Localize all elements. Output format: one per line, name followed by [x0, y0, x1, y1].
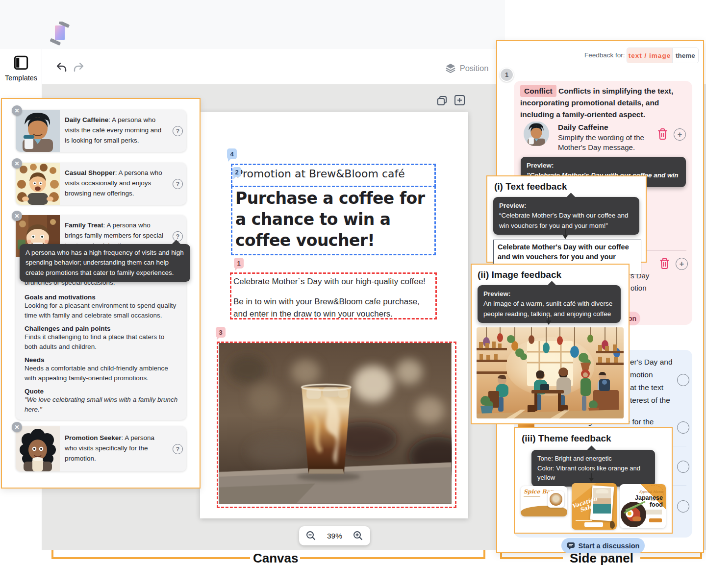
delete-feedback-button[interactable]	[657, 128, 668, 140]
theme-thumb-spice-bar[interactable]: Spice Bar	[521, 486, 567, 516]
add-suggestion-button[interactable]	[677, 500, 689, 513]
zoom-out-icon	[306, 531, 316, 541]
image-feedback-callout: (ii) Image feedback Preview: An image of…	[471, 264, 630, 424]
section-heading: Challenges and pain points	[25, 325, 177, 332]
section-body: Needs a comfortable and child-friendly a…	[25, 364, 177, 383]
undo-icon	[56, 62, 68, 73]
section-body: Looking for a pleasant environment to sp…	[25, 301, 177, 320]
iced-coffee-photo	[218, 343, 452, 504]
feedback-persona-text: Simplify the wording of the Mother's Day…	[558, 133, 656, 153]
templates-button[interactable]: Templates	[5, 54, 37, 82]
body-line1: Celebrate Mother`s Day with our high-qua…	[233, 277, 433, 287]
start-discussion-button[interactable]: Start a discussion	[561, 538, 645, 553]
undo-button[interactable]	[55, 61, 69, 74]
canvas-bracket-tick-right	[483, 550, 485, 559]
blue-fragment-line: at the text	[630, 383, 663, 392]
down-arrow-icon	[562, 229, 569, 240]
persona-card-text: Daily Caffeine: A persona who visits the…	[65, 115, 167, 146]
persona-close-button[interactable]: ✕	[12, 105, 22, 116]
preview-text: “Celebrate Mother's Day with our coffee …	[499, 212, 628, 229]
persona-close-button[interactable]: ✕	[12, 158, 22, 169]
tooltip-line1: Tone: Bright and energetic	[537, 455, 612, 462]
add-suggestion-button[interactable]	[677, 421, 689, 434]
add-suggestion-button[interactable]	[677, 461, 689, 473]
theme-thumb-vacation-sale[interactable]: Vacation Sale	[572, 483, 617, 530]
section-heading: Goals and motivations	[25, 294, 177, 301]
duplicate-icon	[437, 96, 447, 106]
position-button[interactable]: Position	[442, 61, 491, 75]
persona-detail-section: Goals and motivations Looking for a plea…	[25, 294, 177, 320]
annotation-badge-4: 4	[227, 148, 237, 159]
add-feedback-button[interactable]: +	[676, 258, 688, 270]
duplicate-page-button[interactable]	[435, 94, 448, 107]
templates-icon	[13, 55, 29, 73]
canvas-page[interactable]: 4 Promotion at Brew&Bloom café 2 Purchas…	[200, 112, 468, 518]
row3-fragment-b: otion	[630, 284, 647, 292]
toggle-text-image[interactable]: text / image	[627, 48, 672, 63]
section-badge: 1	[500, 68, 514, 82]
cafe-illustration	[477, 327, 624, 418]
zoom-out-button[interactable]	[306, 531, 316, 541]
delete-feedback-button[interactable]	[659, 257, 670, 270]
persona-help-icon[interactable]: ?	[173, 126, 183, 136]
body-text-element[interactable]: Celebrate Mother`s Day with our high-qua…	[230, 272, 437, 319]
redo-button[interactable]	[72, 61, 85, 74]
persona-card-text: Promotion Seeker: A persona who visits s…	[65, 433, 167, 464]
position-label: Position	[460, 64, 489, 73]
persona-card-daily-caffeine[interactable]: Daily Caffeine: A persona who visits the…	[16, 110, 186, 152]
headline-text-element[interactable]: Purchase a coffee for a chance to win a …	[231, 186, 436, 255]
image-element[interactable]	[217, 342, 456, 508]
preview-label: Preview:	[483, 290, 511, 297]
persona-tooltip: A persona who has a high frequency of vi…	[20, 244, 190, 282]
thumb-subtitle-script: Special Menu	[639, 490, 663, 494]
preview-text: An image of a warm, sunlit café with div…	[483, 300, 612, 317]
conflict-text: Conflict Conflicts in simplifying the te…	[520, 85, 688, 120]
annotation-badge-2: 2	[232, 167, 241, 177]
persona-help-icon[interactable]: ?	[173, 231, 183, 242]
persona-avatar-promotion-seeker	[16, 426, 60, 471]
section-heading: Quote	[25, 388, 179, 395]
persona-card-casual-shopper[interactable]: Casual Shopper: A persona who visits occ…	[16, 163, 186, 205]
persona-card-text: Casual Shopper: A persona who visits occ…	[65, 168, 167, 199]
add-suggestion-button[interactable]	[677, 374, 689, 386]
redo-icon	[73, 62, 84, 73]
annotation-badge-3: 3	[216, 327, 226, 338]
persona-card-promotion-seeker[interactable]: Promotion Seeker: A persona who visits s…	[16, 426, 186, 471]
persona-detail-section: Quote "We love celebrating small wins wi…	[25, 388, 179, 414]
feedback-persona-name: Daily Caffeine	[558, 123, 608, 132]
theme-thumb-japanese-food[interactable]: Special Menu Japanese food	[620, 484, 666, 528]
toggle-theme[interactable]: theme	[672, 48, 698, 63]
canvas-bracket-line-left	[51, 557, 250, 559]
zoom-level: 39%	[327, 532, 342, 540]
annotation-badge-1: 1	[234, 258, 244, 269]
zoom-in-button[interactable]	[353, 531, 363, 541]
headline-text: Purchase a coffee for a chance to win a …	[235, 188, 427, 251]
persona-close-button[interactable]: ✕	[12, 211, 22, 221]
title-text-element[interactable]: Promotion at Brew&Bloom café	[231, 164, 436, 187]
persona-name: Casual Shopper	[65, 169, 115, 176]
blue-fragment-line: er's Day and	[630, 358, 673, 367]
down-arrow-icon	[588, 473, 594, 482]
layers-icon	[445, 63, 456, 73]
preview-label: Preview:	[499, 202, 527, 209]
add-page-button[interactable]	[453, 94, 466, 106]
persona-help-icon[interactable]: ?	[173, 179, 183, 189]
persona-avatar-casual-shopper	[16, 163, 60, 205]
theme-feedback-title: (iii) Theme feedback	[522, 433, 611, 444]
add-feedback-button[interactable]: +	[674, 128, 686, 141]
section-body: "We love celebrating small wins with a f…	[25, 395, 179, 414]
preview-label: Preview:	[527, 162, 554, 169]
persona-close-button[interactable]: ✕	[12, 422, 22, 432]
persona-tooltip-text: A persona who has a high frequency of vi…	[25, 249, 184, 276]
canvas-label: Canvas	[253, 551, 299, 566]
zoom-control: 39%	[299, 526, 370, 545]
sidepanel-bracket-line-right	[640, 557, 702, 559]
persona-name: Promotion Seeker	[65, 434, 122, 441]
blue-fragment-line: terest of the	[630, 396, 670, 405]
persona-panel: Daily Caffeine: A persona who visits the…	[1, 98, 201, 489]
canvas-bracket-line-right	[300, 557, 485, 559]
persona-help-icon[interactable]: ?	[173, 444, 183, 454]
top-strip	[0, 0, 505, 49]
add-frame-icon	[454, 95, 465, 106]
sidepanel-bracket-line-left	[500, 557, 563, 559]
